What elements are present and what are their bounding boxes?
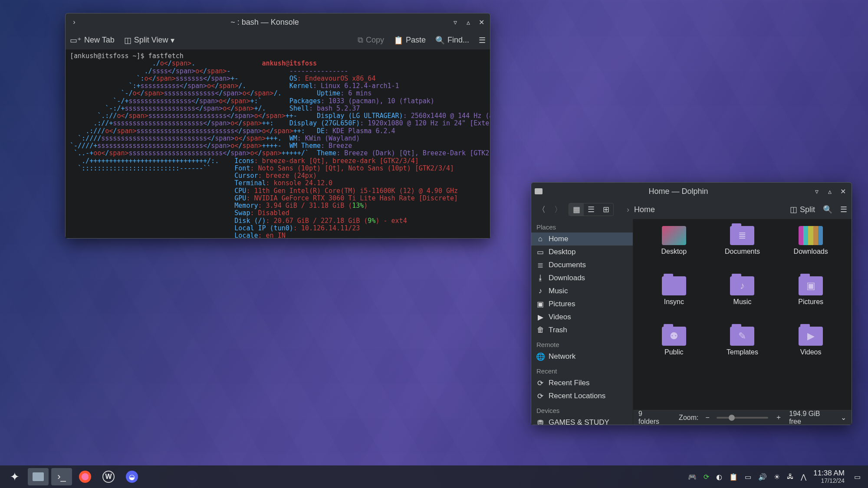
forward-button[interactable]: 〉: [552, 204, 564, 215]
paste-icon: 📋: [394, 36, 403, 45]
task-app-w[interactable]: W: [98, 468, 119, 485]
dolphin-title-bar[interactable]: Home — Dolphin ▿ ▵ ✕: [531, 183, 852, 200]
folder-label: Desktop: [661, 248, 687, 255]
tray-gamepad-icon[interactable]: 🎮: [688, 473, 697, 481]
folder-glyph-icon: ▶: [799, 327, 823, 346]
sidebar-item-desktop[interactable]: ▭Desktop: [531, 246, 633, 259]
sidebar-item-trash[interactable]: 🗑Trash: [531, 324, 633, 337]
copy-button[interactable]: ⧉ Copy: [358, 36, 384, 45]
task-discord[interactable]: ◒: [122, 468, 142, 485]
icons-view-button[interactable]: ▦: [569, 203, 584, 216]
paste-button[interactable]: 📋 Paste: [394, 36, 426, 45]
search-button[interactable]: 🔍: [823, 205, 832, 214]
tray-brightness-icon[interactable]: ☀: [774, 473, 780, 481]
close-button[interactable]: ✕: [838, 186, 848, 197]
sidebar-item-label: Videos: [549, 313, 571, 321]
sidebar-item-label: Documents: [549, 261, 586, 269]
sidebar-item-label: Network: [549, 352, 575, 361]
network-icon: 🌐: [536, 353, 544, 360]
zoom-out-button[interactable]: −: [705, 414, 709, 422]
taskbar: ✦ ›_ W ◒ 🎮 ⟳ ◐ 📋 ▭ 🔊 ☀ 🖧 ⋀ 11:38 AM 17/1…: [0, 465, 868, 488]
folder-documents[interactable]: ≣Documents: [710, 226, 775, 274]
folder-icon: [662, 276, 686, 295]
dolphin-toolbar: 〈 〉 ▦ ☰ ⊞ › Home ◫ Split 🔍 ☰: [531, 200, 852, 219]
folder-templates[interactable]: ✎Templates: [710, 327, 775, 374]
folder-pictures[interactable]: ▣Pictures: [779, 276, 843, 324]
folder-music[interactable]: ♪Music: [710, 276, 775, 324]
tray-notification-icon[interactable]: ▭: [745, 473, 751, 481]
dolphin-sidebar: Places⌂Home▭Desktop≣Documents⭳Downloads♪…: [531, 219, 633, 425]
maximize-button[interactable]: ▵: [463, 17, 473, 27]
minimize-button[interactable]: ▿: [812, 186, 822, 197]
sidebar-section-label: Places: [531, 219, 633, 233]
sidebar-item-label: Recent Files: [549, 379, 589, 387]
maximize-button[interactable]: ▵: [825, 186, 835, 197]
tray-volume-icon[interactable]: 🔊: [758, 473, 767, 481]
clock-date: 17/12/24: [813, 478, 845, 484]
sidebar-item-documents[interactable]: ≣Documents: [531, 259, 633, 272]
zoom-label: Zoom:: [679, 414, 698, 422]
sidebar-item-games-study[interactable]: ⛃GAMES & STUDY: [531, 416, 633, 425]
tray-network-icon[interactable]: 🖧: [787, 473, 794, 481]
clock-time: 11:38 AM: [813, 469, 845, 478]
sidebar-item-pictures[interactable]: ▣Pictures: [531, 298, 633, 311]
sidebar-item-label: Trash: [549, 326, 567, 334]
dolphin-window: Home — Dolphin ▿ ▵ ✕ 〈 〉 ▦ ☰ ⊞ › Home ◫ …: [531, 182, 852, 425]
dolphin-title: Home — Dolphin: [548, 187, 809, 196]
sidebar-item-label: Home: [549, 235, 568, 243]
folder-icon: ▶: [799, 327, 823, 346]
find-button[interactable]: 🔍 Find...: [435, 36, 469, 45]
pictures-icon: ▣: [536, 300, 544, 308]
folder-glyph-icon: ♪: [730, 276, 754, 295]
tray-expand-icon[interactable]: ⋀: [801, 473, 806, 481]
videos-icon: ▶: [536, 313, 544, 321]
hamburger-menu-button[interactable]: ☰: [479, 36, 486, 45]
search-icon: 🔍: [435, 36, 445, 45]
minimize-button[interactable]: ▿: [450, 17, 460, 27]
tray-clipboard-icon[interactable]: 📋: [729, 473, 738, 481]
folder-glyph-icon: ✎: [730, 327, 754, 346]
task-konsole[interactable]: ›_: [51, 468, 72, 485]
folder-videos[interactable]: ▶Videos: [779, 327, 843, 374]
konsole-toolbar: ▭⁺ New Tab ◫ Split View ▾ ⧉ Copy 📋 Paste…: [66, 31, 490, 50]
sidebar-item-downloads[interactable]: ⭳Downloads: [531, 272, 633, 285]
zoom-in-button[interactable]: ＋: [775, 413, 782, 422]
folder-desktop[interactable]: Desktop: [642, 226, 706, 274]
konsole-title-bar[interactable]: › ~ : bash — Konsole ▿ ▵ ✕: [66, 13, 490, 31]
task-brave[interactable]: [75, 468, 95, 485]
folder-public[interactable]: ⚉Public: [642, 327, 706, 374]
back-button[interactable]: 〈: [536, 204, 548, 215]
sidebar-item-recent-locations[interactable]: ⟳Recent Locations: [531, 390, 633, 403]
chevron-down-icon[interactable]: ⌄: [841, 413, 846, 422]
task-dolphin[interactable]: [28, 468, 49, 485]
show-desktop-button[interactable]: ▭: [851, 468, 864, 485]
sidebar-item-videos[interactable]: ▶Videos: [531, 311, 633, 324]
folder-icon: ⚉: [662, 327, 686, 346]
folder-grid[interactable]: Desktop≣DocumentsDownloadsInsync♪Music▣P…: [633, 219, 852, 410]
app-launcher-button[interactable]: ✦: [4, 468, 25, 485]
sidebar-item-music[interactable]: ♪Music: [531, 285, 633, 298]
folder-downloads[interactable]: Downloads: [779, 226, 843, 274]
split-view-button[interactable]: ◫ Split View ▾: [124, 36, 175, 45]
hamburger-menu-button[interactable]: ☰: [840, 205, 847, 214]
folder-icon: ▣: [799, 276, 823, 295]
music-icon: ♪: [536, 287, 544, 295]
compact-view-button[interactable]: ☰: [584, 203, 598, 216]
split-icon: ◫: [790, 205, 797, 214]
terminal-area[interactable]: [ankush@itsfoss ~]$ fastfetch ./o</span>…: [66, 50, 490, 238]
new-tab-button[interactable]: ▭⁺ New Tab: [70, 36, 115, 45]
tray-update-icon[interactable]: ⟳: [704, 473, 709, 481]
folder-insync[interactable]: Insync: [642, 276, 706, 324]
taskbar-clock[interactable]: 11:38 AM 17/12/24: [813, 469, 845, 484]
tray-app-icon[interactable]: ◐: [716, 473, 722, 481]
details-view-button[interactable]: ⊞: [598, 203, 613, 216]
app-menu-icon[interactable]: ›: [69, 17, 79, 27]
breadcrumb[interactable]: › Home: [618, 205, 786, 214]
zoom-slider[interactable]: [717, 417, 768, 419]
close-button[interactable]: ✕: [476, 17, 487, 27]
sidebar-item-network[interactable]: 🌐Network: [531, 350, 633, 363]
split-button[interactable]: ◫ Split: [790, 205, 815, 214]
drive-icon: ⛃: [536, 419, 544, 425]
sidebar-item-recent-files[interactable]: ⟳Recent Files: [531, 377, 633, 390]
sidebar-item-home[interactable]: ⌂Home: [531, 233, 633, 246]
